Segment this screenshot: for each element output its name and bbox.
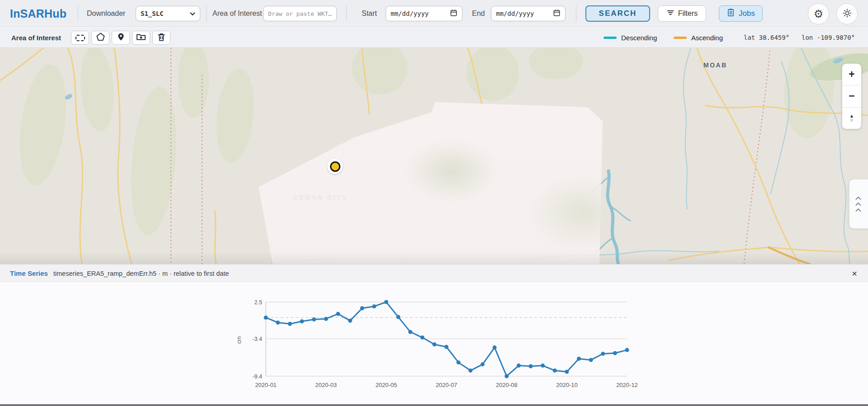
downloader-value: S1_SLC: [141, 10, 164, 17]
divider: [78, 6, 78, 21]
filters-label: Filters: [678, 9, 698, 18]
timeseries-chart-svg: 2.5-3.4-9.42020-012020-032020-052020-072…: [199, 289, 656, 396]
end-date-value: mm/dd/yyyy: [496, 10, 534, 17]
ascending-swatch: [674, 37, 687, 39]
map-label-moab: MOAB: [703, 61, 727, 69]
chevron-up-icon: [855, 202, 862, 206]
folder-upload-icon: [136, 33, 146, 43]
zoom-in-button[interactable]: +: [842, 64, 861, 85]
chevron-up-icon: [855, 196, 862, 200]
calendar-icon[interactable]: [553, 9, 561, 19]
start-date-input[interactable]: mm/dd/yyyy: [386, 6, 462, 21]
draw-rectangle-button[interactable]: [71, 31, 89, 45]
zoom-out-button[interactable]: −: [842, 85, 861, 107]
top-header: InSARHub Downloader S1_SLC Area of Inter…: [0, 0, 868, 27]
start-date-label: Start: [362, 0, 377, 27]
aoi-label: Area of Interest: [212, 0, 262, 27]
settings-button[interactable]: ⚙: [808, 3, 829, 24]
tilt-control[interactable]: ▲ ▼: [842, 108, 861, 129]
svg-text:2020-05: 2020-05: [375, 382, 397, 388]
divider: [206, 6, 207, 21]
svg-text:cm: cm: [236, 336, 242, 344]
search-button[interactable]: SEARCH: [585, 5, 650, 22]
draw-polygon-button[interactable]: [91, 31, 109, 45]
filter-icon: [666, 9, 675, 19]
clipboard-icon: [726, 8, 735, 19]
legend-ascending: Ascending: [674, 28, 723, 48]
polygon-icon: [96, 32, 105, 43]
tilt-down-icon[interactable]: ▼: [849, 118, 854, 123]
timeseries-panel-subtitle: timeseries_ERA5_ramp_demErr.h5 · m · rel…: [53, 264, 229, 283]
end-date-label: End: [472, 0, 485, 27]
svg-text:2020-03: 2020-03: [315, 382, 337, 388]
svg-text:2020-01: 2020-01: [255, 382, 277, 388]
legend-descending: Descending: [604, 28, 657, 48]
divider: [576, 6, 576, 21]
app-logo: InSARHub: [10, 0, 66, 27]
theme-toggle-button[interactable]: [836, 3, 858, 24]
window-bottom-edge: [0, 404, 868, 406]
divider: [346, 6, 347, 21]
downloader-select[interactable]: S1_SLC: [136, 6, 200, 21]
dashed-rectangle-icon: [75, 35, 85, 41]
map-pin-icon: [117, 33, 125, 43]
timeseries-panel-body: 2.5-3.4-9.42020-012020-032020-052020-072…: [0, 283, 868, 404]
timeseries-panel-title: Time Series: [10, 264, 48, 283]
cursor-latitude: lat 38.6459°: [744, 28, 789, 48]
svg-text:2020-10: 2020-10: [556, 382, 578, 388]
brightness-sun-icon: [842, 8, 852, 20]
svg-text:2.5: 2.5: [255, 299, 262, 306]
timeseries-panel-header: Time Series timeseries_ERA5_ramp_demErr.…: [0, 264, 868, 282]
svg-text:2020-12: 2020-12: [616, 382, 638, 388]
svg-text:2020-08: 2020-08: [496, 382, 518, 388]
cursor-longitude: lon -109.9870°: [802, 28, 855, 48]
import-aoi-button[interactable]: [132, 31, 150, 45]
collapsed-panel-tab[interactable]: [849, 179, 868, 229]
chevron-up-icon: [855, 208, 862, 212]
start-date-value: mm/dd/yyyy: [391, 10, 429, 17]
chevron-down-icon: [190, 9, 195, 18]
aoi-toolbar-title: Area of Interest: [11, 28, 61, 48]
descending-swatch: [604, 37, 617, 39]
selected-point-marker-core: [330, 161, 340, 172]
map-toolbar: Area of Interest Descending: [0, 28, 868, 48]
insarhub-app: InSARHub Downloader S1_SLC Area of Inter…: [0, 0, 868, 406]
jobs-label: Jobs: [739, 9, 755, 18]
descending-label: Descending: [621, 34, 657, 42]
aoi-wkt-input[interactable]: [263, 6, 337, 21]
calendar-icon[interactable]: [450, 9, 458, 19]
selected-point-marker[interactable]: [327, 159, 343, 174]
trash-icon: [157, 33, 165, 43]
delete-aoi-button[interactable]: [152, 31, 170, 45]
ascending-label: Ascending: [691, 34, 723, 42]
svg-text:2020-07: 2020-07: [436, 382, 458, 388]
close-panel-button[interactable]: ×: [849, 268, 860, 279]
svg-text:-9.4: -9.4: [252, 373, 262, 380]
end-date-input[interactable]: mm/dd/yyyy: [491, 6, 566, 21]
map-zoom-control: + − ▲ ▼: [842, 63, 862, 129]
gear-icon: ⚙: [814, 9, 824, 19]
drop-pin-button[interactable]: [112, 31, 130, 45]
timeseries-chart[interactable]: 2.5-3.4-9.42020-012020-032020-052020-072…: [199, 289, 656, 396]
map-canvas[interactable]: MOAB CEDAR CITY + − ▲ ▼: [0, 48, 868, 264]
jobs-button[interactable]: Jobs: [719, 5, 763, 22]
filters-button[interactable]: Filters: [658, 5, 706, 22]
downloader-label: Downloader: [87, 0, 125, 27]
svg-text:-3.4: -3.4: [252, 336, 262, 342]
